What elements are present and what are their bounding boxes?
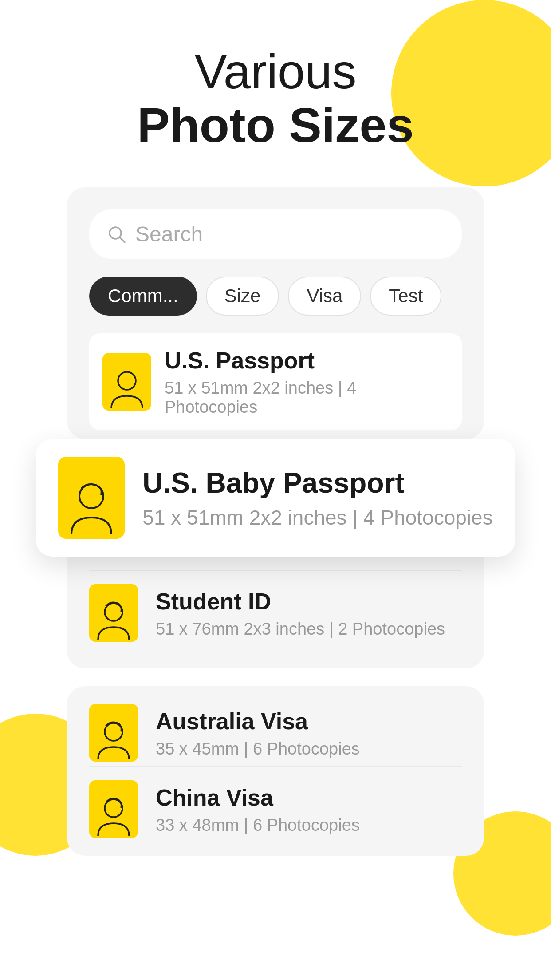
list-item-australia-visa[interactable]: Australia Visa 35 x 45mm | 6 Photocopies — [89, 699, 462, 766]
us-baby-passport-detail: 51 x 51mm 2x2 inches | 4 Photocopies — [142, 506, 492, 530]
filter-tab-visa[interactable]: Visa — [288, 277, 361, 316]
search-input-placeholder: Search — [135, 222, 203, 246]
main-card: Search Comm... Size Visa Test U.S. Passp… — [67, 187, 484, 439]
list-item-us-passport[interactable]: U.S. Passport 51 x 51mm 2x2 inches | 4 P… — [89, 333, 462, 430]
us-passport-detail: 51 x 51mm 2x2 inches | 4 Photocopies — [165, 379, 449, 417]
svg-point-5 — [105, 723, 122, 741]
search-icon — [107, 225, 126, 244]
china-visa-name: China Visa — [156, 784, 462, 811]
china-visa-photo — [89, 780, 138, 838]
us-passport-info: U.S. Passport 51 x 51mm 2x2 inches | 4 P… — [165, 347, 449, 417]
filter-tab-size[interactable]: Size — [206, 277, 279, 316]
list-item-china-visa[interactable]: China Visa 33 x 48mm | 6 Photocopies — [89, 767, 462, 842]
list-item-student-id[interactable]: Student ID 51 x 76mm 2x3 inches | 2 Phot… — [89, 571, 462, 655]
us-passport-photo — [102, 353, 151, 411]
title-line2: Photo Sizes — [137, 98, 413, 152]
title-line1: Various — [137, 44, 413, 98]
student-id-detail: 51 x 76mm 2x3 inches | 2 Photocopies — [156, 620, 462, 639]
us-baby-passport-info: U.S. Baby Passport 51 x 51mm 2x2 inches … — [142, 466, 492, 530]
australia-visa-photo — [89, 704, 138, 762]
student-id-info: Student ID 51 x 76mm 2x3 inches | 2 Phot… — [156, 588, 462, 639]
australia-visa-name: Australia Visa — [156, 707, 462, 735]
us-baby-passport-name: U.S. Baby Passport — [142, 466, 492, 500]
us-passport-name: U.S. Passport — [165, 347, 449, 374]
student-id-name: Student ID — [156, 588, 462, 615]
student-id-photo — [89, 584, 138, 642]
filter-tab-test[interactable]: Test — [370, 277, 441, 316]
list-item-us-baby-passport[interactable]: U.S. Baby Passport 51 x 51mm 2x2 inches … — [36, 439, 515, 557]
search-bar[interactable]: Search — [89, 209, 462, 259]
svg-point-4 — [105, 603, 122, 621]
svg-point-2 — [118, 372, 136, 390]
china-visa-info: China Visa 33 x 48mm | 6 Photocopies — [156, 784, 462, 835]
filter-tabs: Comm... Size Visa Test — [89, 277, 462, 316]
us-baby-passport-photo — [58, 457, 125, 539]
australia-visa-detail: 35 x 45mm | 6 Photocopies — [156, 739, 462, 759]
filter-tab-common[interactable]: Comm... — [89, 277, 197, 316]
svg-point-6 — [105, 799, 122, 817]
title-section: Various Photo Sizes — [137, 44, 413, 152]
china-visa-detail: 33 x 48mm | 6 Photocopies — [156, 816, 462, 835]
svg-line-1 — [119, 237, 125, 242]
australia-visa-info: Australia Visa 35 x 45mm | 6 Photocopies — [156, 707, 462, 759]
